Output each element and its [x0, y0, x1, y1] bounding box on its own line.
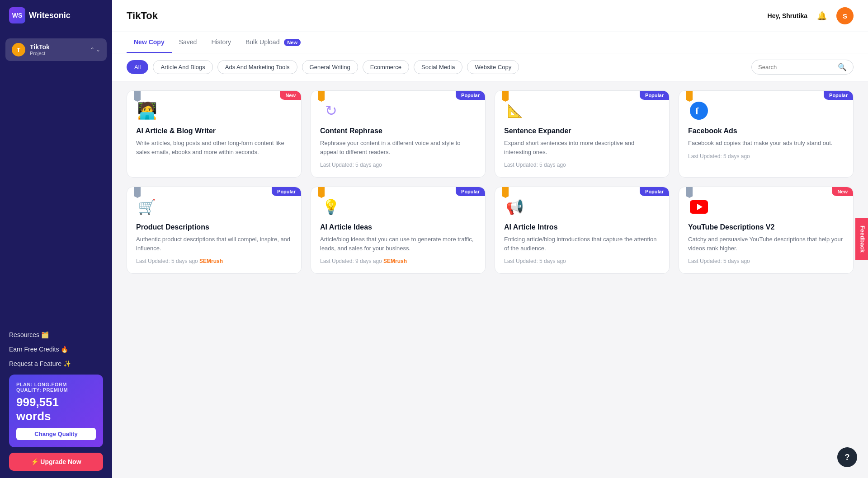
card-icon-youtube-descriptions [688, 196, 710, 218]
card-icon-content-rephrase: ↻ [320, 100, 342, 122]
logo-area: WS Writesonic [0, 0, 112, 31]
card-desc: Expand short sentences into more descrip… [504, 139, 660, 156]
card-footer: Last Updated: 5 days ago [504, 258, 660, 264]
card-product-descriptions[interactable]: Popular 🛒 Product Descriptions Authentic… [127, 187, 302, 274]
feedback-tab[interactable]: Feedback [856, 218, 868, 260]
card-desc: Article/blog ideas that you can use to g… [320, 235, 476, 253]
card-icon-ai-article-ideas: 💡 [320, 196, 342, 218]
upgrade-button[interactable]: ⚡ Upgrade Now [9, 453, 103, 471]
project-selector[interactable]: T TikTok Project ⌃ ⌄ [5, 38, 107, 61]
card-footer: Last Updated: 5 days ago [504, 162, 660, 168]
filter-website-copy[interactable]: Website Copy [467, 60, 519, 74]
sidebar: WS Writesonic T TikTok Project ⌃ ⌄ Resou… [0, 0, 112, 478]
bookmark-icon [318, 187, 325, 198]
card-icon-facebook-ads: f [688, 100, 710, 122]
card-footer: Last Updated: 9 days ago SEMrush [320, 258, 476, 264]
card-title: Product Descriptions [136, 223, 292, 231]
card-badge-popular: Popular [456, 91, 485, 100]
semrush-link[interactable]: SEMrush [383, 258, 407, 264]
card-desc: Facebook ad copies that make your ads tr… [688, 139, 844, 148]
bulk-upload-new-badge: New [284, 39, 301, 46]
tab-new-copy[interactable]: New Copy [127, 32, 172, 53]
change-quality-button[interactable]: Change Quality [16, 428, 96, 440]
tab-history[interactable]: History [204, 32, 238, 53]
tab-bulk-upload[interactable]: Bulk Upload New [238, 32, 308, 53]
filter-bar: All Article And Blogs Ads And Marketing … [112, 53, 868, 81]
bookmark-icon [134, 91, 141, 102]
filter-ecommerce[interactable]: Ecommerce [363, 60, 409, 74]
tab-saved[interactable]: Saved [172, 32, 204, 53]
help-button[interactable]: ? [837, 447, 857, 467]
chevron-down-icon: ⌃ ⌄ [90, 47, 100, 53]
card-title: AI Article Intros [504, 223, 660, 231]
bookmark-icon [686, 91, 693, 102]
card-title: Facebook Ads [688, 127, 844, 135]
svg-point-0 [690, 102, 708, 120]
search-icon: 🔍 [838, 63, 847, 71]
card-title: AI Article Ideas [320, 223, 476, 231]
card-badge-popular: Popular [640, 91, 669, 100]
plan-words: 999,551 words [16, 395, 96, 423]
card-footer: Last Updated: 5 days ago SEMrush [136, 258, 292, 264]
card-desc: Rephrase your content in a different voi… [320, 139, 476, 156]
sidebar-earn-credits-link[interactable]: Earn Free Credits 🔥 [9, 342, 103, 356]
project-label: Project [30, 51, 90, 56]
card-ai-article-ideas[interactable]: Popular 💡 AI Article Ideas Article/blog … [311, 187, 486, 274]
card-desc: Enticing article/blog introductions that… [504, 235, 660, 253]
project-avatar: T [12, 43, 25, 56]
plan-box: PLAN: LONG-FORM QUALITY: PREMIUM 999,551… [9, 375, 103, 447]
card-facebook-ads[interactable]: Popular f Facebook Ads Facebook ad copie… [679, 90, 854, 178]
filter-article-blogs[interactable]: Article And Blogs [153, 60, 212, 74]
project-name: TikTok [30, 43, 90, 51]
filter-general-writing[interactable]: General Writing [302, 60, 358, 74]
card-title: Sentence Expander [504, 127, 660, 135]
tabs-row: New Copy Saved History Bulk Upload New [112, 32, 868, 53]
card-badge-popular: Popular [824, 91, 853, 100]
filter-social-media[interactable]: Social Media [414, 60, 462, 74]
bookmark-icon [318, 91, 325, 102]
request-feature-label: Request a Feature ✨ [9, 360, 71, 367]
card-icon-ai-article: 🧑‍💻 [136, 100, 158, 122]
card-youtube-descriptions-v2[interactable]: New YouTube Descriptions V2 Catchy and p… [679, 187, 854, 274]
semrush-link[interactable]: SEMrush [199, 258, 223, 264]
sidebar-request-feature-link[interactable]: Request a Feature ✨ [9, 356, 103, 371]
bookmark-icon [134, 187, 141, 198]
cards-area: New 🧑‍💻 AI Article & Blog Writer Write a… [112, 81, 868, 478]
filter-ads-marketing[interactable]: Ads And Marketing Tools [217, 60, 297, 74]
card-icon-sentence-expander: 📐 [504, 100, 526, 122]
user-avatar[interactable]: S [836, 7, 854, 24]
card-ai-article-blog-writer[interactable]: New 🧑‍💻 AI Article & Blog Writer Write a… [127, 90, 302, 178]
filter-all[interactable]: All [127, 60, 148, 74]
sidebar-resources-link[interactable]: Resources 🗂️ [9, 328, 103, 342]
card-badge-popular: Popular [640, 187, 669, 196]
card-title: AI Article & Blog Writer [136, 127, 292, 135]
top-bar: TikTok Hey, Shrutika 🔔 S [112, 0, 868, 32]
notification-bell-icon[interactable]: 🔔 [815, 9, 829, 23]
card-title: YouTube Descriptions V2 [688, 223, 844, 231]
card-badge-popular: Popular [456, 187, 485, 196]
card-footer: Last Updated: 5 days ago [320, 162, 476, 168]
search-input[interactable] [758, 64, 834, 70]
bookmark-icon [502, 187, 509, 198]
card-ai-article-intros[interactable]: Popular 📢 AI Article Intros Enticing art… [495, 187, 670, 274]
bookmark-icon [502, 91, 509, 102]
card-badge-new: New [832, 187, 853, 196]
earn-credits-label: Earn Free Credits 🔥 [9, 346, 68, 353]
main-content: TikTok Hey, Shrutika 🔔 S New Copy Saved … [112, 0, 868, 478]
card-badge-new: New [280, 91, 301, 100]
bookmark-icon [686, 187, 693, 198]
page-title: TikTok [127, 10, 158, 22]
card-content-rephrase[interactable]: Popular ↻ Content Rephrase Rephrase your… [311, 90, 486, 178]
resources-label: Resources 🗂️ [9, 331, 49, 338]
card-sentence-expander[interactable]: Popular 📐 Sentence Expander Expand short… [495, 90, 670, 178]
card-badge-popular: Popular [272, 187, 301, 196]
top-bar-right: Hey, Shrutika 🔔 S [768, 7, 854, 24]
sidebar-bottom: Resources 🗂️ Earn Free Credits 🔥 Request… [0, 320, 112, 478]
card-icon-ai-article-intros: 📢 [504, 196, 526, 218]
search-box: 🔍 [751, 60, 854, 75]
svg-text:f: f [695, 105, 699, 117]
card-icon-product-descriptions: 🛒 [136, 196, 158, 218]
card-desc: Authentic product descriptions that will… [136, 235, 292, 253]
logo-icon: WS [9, 7, 25, 23]
plan-line: PLAN: LONG-FORM QUALITY: PREMIUM [16, 382, 96, 393]
